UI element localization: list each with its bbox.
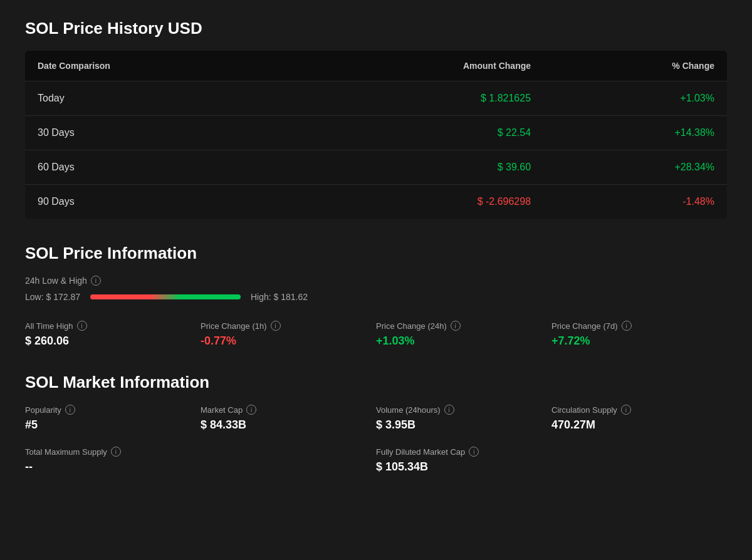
market-metric-item-2: Fully Diluted Market Capi$ 105.34B (376, 447, 727, 474)
price-info-title: SOL Price Information (25, 244, 727, 263)
metric-value: -0.77% (201, 334, 363, 348)
market-metric-value: #5 (25, 418, 188, 432)
price-history-table: Date Comparison Amount Change % Change T… (25, 51, 727, 219)
market-metric-item: Popularityi#5 (25, 405, 201, 432)
amount-change-cell: $ 39.60 (291, 150, 543, 185)
price-metric-item: Price Change (24h)i+1.03% (376, 321, 551, 348)
table-header-row: Date Comparison Amount Change % Change (25, 51, 727, 81)
period-cell: Today (25, 81, 291, 116)
market-metric-label: Market Capi (201, 405, 363, 415)
metric-info-icon[interactable]: i (622, 321, 632, 331)
table-row: Today$ 1.821625+1.03% (25, 81, 727, 116)
market-metric-item-2: Total Maximum Supplyi-- (25, 447, 376, 474)
percent-change-cell: +14.38% (543, 116, 727, 150)
metric-label: Price Change (7d)i (551, 321, 714, 331)
market-metrics-row-2: Total Maximum Supplyi--Fully Diluted Mar… (25, 447, 727, 474)
market-info-icon-2[interactable]: i (469, 447, 479, 457)
market-info-icon[interactable]: i (65, 405, 75, 415)
amount-change-cell: $ 1.821625 (291, 81, 543, 116)
table-row: 30 Days$ 22.54+14.38% (25, 116, 727, 150)
market-info-section: SOL Market Information Popularityi#5Mark… (25, 373, 727, 474)
percent-change-cell: +1.03% (543, 81, 727, 116)
market-metric-item: Circulation Supplyi470.27M (551, 405, 727, 432)
metric-info-icon[interactable]: i (451, 321, 461, 331)
percent-change-cell: -1.48% (543, 185, 727, 219)
market-metric-label-2: Total Maximum Supplyi (25, 447, 363, 457)
low-high-bar-container: Low: $ 172.87 High: $ 181.62 (25, 292, 727, 302)
market-info-title: SOL Market Information (25, 373, 727, 392)
period-cell: 90 Days (25, 185, 291, 219)
market-info-icon[interactable]: i (246, 405, 256, 415)
market-metric-value-2: -- (25, 460, 363, 474)
col-amount-change: Amount Change (291, 51, 543, 81)
price-metric-item: Price Change (1h)i-0.77% (201, 321, 376, 348)
percent-change-cell: +28.34% (543, 150, 727, 185)
market-metric-label-2: Fully Diluted Market Capi (376, 447, 714, 457)
col-percent-change: % Change (543, 51, 727, 81)
market-metrics-row: Popularityi#5Market Capi$ 84.33BVolume (… (25, 405, 727, 432)
metric-info-icon[interactable]: i (77, 321, 87, 331)
market-metric-value-2: $ 105.34B (376, 460, 714, 474)
market-info-icon[interactable]: i (621, 405, 631, 415)
metric-label: Price Change (24h)i (376, 321, 539, 331)
col-date-comparison: Date Comparison (25, 51, 291, 81)
metric-label: All Time Highi (25, 321, 188, 331)
table-row: 60 Days$ 39.60+28.34% (25, 150, 727, 185)
price-history-section: SOL Price History USD Date Comparison Am… (25, 19, 727, 219)
market-metric-item: Market Capi$ 84.33B (201, 405, 376, 432)
metric-value: $ 260.06 (25, 334, 188, 348)
table-row: 90 Days$ -2.696298-1.48% (25, 185, 727, 219)
market-info-icon-2[interactable]: i (111, 447, 121, 457)
metric-info-icon[interactable]: i (271, 321, 281, 331)
market-metric-label: Popularityi (25, 405, 188, 415)
market-metric-value: 470.27M (551, 418, 714, 432)
market-metric-label: Circulation Supplyi (551, 405, 714, 415)
period-cell: 30 Days (25, 116, 291, 150)
market-info-icon[interactable]: i (444, 405, 454, 415)
price-info-section: SOL Price Information 24h Low & High i L… (25, 244, 727, 348)
metric-value: +7.72% (551, 334, 714, 348)
metric-value: +1.03% (376, 334, 539, 348)
period-cell: 60 Days (25, 150, 291, 185)
amount-change-cell: $ -2.696298 (291, 185, 543, 219)
price-metric-item: All Time Highi$ 260.06 (25, 321, 201, 348)
amount-change-cell: $ 22.54 (291, 116, 543, 150)
market-metric-item: Volume (24hours)i$ 3.95B (376, 405, 551, 432)
price-range-bar (90, 294, 241, 299)
high-value-label: High: $ 181.62 (251, 292, 308, 302)
market-metric-label: Volume (24hours)i (376, 405, 539, 415)
low-high-label: 24h Low & High i (25, 276, 727, 286)
price-metrics-row: All Time Highi$ 260.06Price Change (1h)i… (25, 321, 727, 348)
price-metric-item: Price Change (7d)i+7.72% (551, 321, 727, 348)
price-history-title: SOL Price History USD (25, 19, 727, 38)
low-value-label: Low: $ 172.87 (25, 292, 80, 302)
market-metric-value: $ 84.33B (201, 418, 363, 432)
low-high-info-icon[interactable]: i (91, 276, 101, 286)
metric-label: Price Change (1h)i (201, 321, 363, 331)
market-metric-value: $ 3.95B (376, 418, 539, 432)
